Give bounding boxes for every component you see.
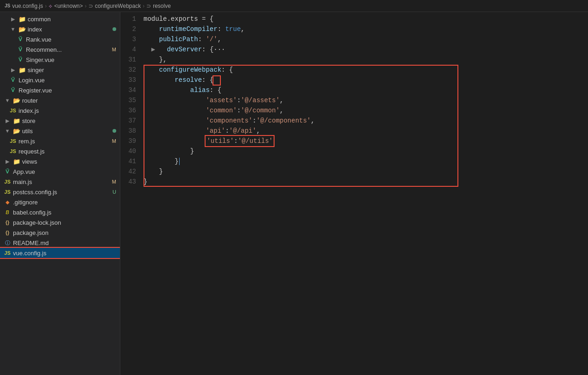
js-icon: JS bbox=[4, 249, 11, 257]
sidebar: ▶ 📁 common ▼ 📂 index V̈ Rank.vue V̈ Reco… bbox=[0, 12, 120, 375]
line-numbers: 1 2 3 4 31 32 33 34 35 36 37 38 39 40 41… bbox=[120, 14, 144, 187]
sidebar-item-vueconfig[interactable]: JS vue.config.js bbox=[0, 248, 120, 258]
chevron-right-icon: ▶ bbox=[4, 117, 11, 124]
code-line: alias: { bbox=[144, 85, 588, 95]
sidebar-item-label: package.json bbox=[13, 229, 49, 236]
sidebar-item-label: vue.config.js bbox=[13, 250, 46, 257]
sidebar-item-singer[interactable]: ▶ 📁 singer bbox=[0, 65, 120, 75]
chevron-down-icon: ▼ bbox=[4, 97, 11, 104]
sidebar-item-utils[interactable]: ▼ 📂 utils bbox=[0, 126, 120, 136]
sidebar-item-request[interactable]: JS request.js bbox=[0, 146, 120, 156]
chevron-down-icon: ▼ bbox=[9, 25, 17, 33]
sidebar-item-label: store bbox=[22, 117, 36, 124]
code-line: configureWebpack: { bbox=[144, 65, 588, 75]
breadcrumb-sep3: › bbox=[143, 3, 144, 9]
sidebar-item-readme[interactable]: ⓘ README.md bbox=[0, 238, 120, 248]
sidebar-item-label: Recommen... bbox=[26, 46, 62, 53]
git-icon: ◆ bbox=[4, 198, 11, 206]
chevron-right-icon: ▶ bbox=[9, 15, 17, 23]
breadcrumb-sep2: › bbox=[85, 3, 87, 9]
sidebar-item-index[interactable]: ▼ 📂 index bbox=[0, 24, 120, 34]
vue-icon: V̈ bbox=[9, 76, 17, 84]
folder-icon: 📁 bbox=[13, 158, 20, 165]
editor-area[interactable]: 1 2 3 4 31 32 33 34 35 36 37 38 39 40 41… bbox=[120, 12, 588, 375]
code-line: runtimeCompiler: true, bbox=[144, 24, 588, 34]
sidebar-item-label: babel.config.js bbox=[13, 209, 51, 216]
sidebar-item-views[interactable]: ▶ 📁 views bbox=[0, 156, 120, 166]
babel-icon: B bbox=[4, 209, 11, 216]
js-icon: JS bbox=[9, 107, 17, 114]
sidebar-item-appvue[interactable]: V̈ App.vue bbox=[0, 166, 120, 177]
breadcrumb-sep1: › bbox=[45, 3, 47, 9]
code-line: module.exports = { bbox=[144, 14, 588, 24]
sidebar-item-login[interactable]: V̈ Login.vue bbox=[0, 75, 120, 85]
sidebar-item-recommen[interactable]: V̈ Recommen... M bbox=[0, 44, 120, 55]
code-container: 1 2 3 4 31 32 33 34 35 36 37 38 39 40 41… bbox=[120, 12, 588, 187]
breadcrumb-unknown: ⟡ bbox=[49, 3, 52, 9]
sidebar-item-label: README.md bbox=[13, 240, 49, 246]
code-line: 'assets':'@/assets', bbox=[144, 95, 588, 105]
js-icon: JS bbox=[9, 137, 17, 145]
code-line: publicPath: '/', bbox=[144, 34, 588, 44]
sidebar-item-store[interactable]: ▶ 📁 store bbox=[0, 116, 120, 126]
code-line: 'common':'@/common', bbox=[144, 105, 588, 116]
json-icon: {} bbox=[4, 229, 11, 236]
sidebar-item-singer-vue[interactable]: V̈ Singer.vue bbox=[0, 55, 120, 65]
chevron-right-icon: ▶ bbox=[4, 158, 11, 165]
m-badge: M bbox=[112, 47, 116, 52]
sidebar-item-package[interactable]: {} package.json bbox=[0, 227, 120, 238]
sidebar-item-packagelock[interactable]: {} package-lock.json bbox=[0, 217, 120, 227]
u-badge: U bbox=[113, 189, 116, 195]
code-line: } bbox=[144, 156, 588, 166]
breadcrumb-item2: resolve bbox=[153, 3, 171, 9]
sidebar-item-label: App.vue bbox=[13, 168, 35, 175]
folder-icon: 📂 bbox=[19, 26, 26, 33]
folder-icon: 📂 bbox=[13, 128, 20, 135]
readme-icon: ⓘ bbox=[4, 239, 11, 246]
chevron-down-icon: ▼ bbox=[4, 127, 11, 135]
breadcrumb-item1: configureWebpack bbox=[95, 3, 141, 9]
sidebar-item-babel[interactable]: B babel.config.js bbox=[0, 207, 120, 217]
sidebar-item-label: postcss.config.js bbox=[13, 189, 57, 196]
sidebar-item-router[interactable]: ▼ 📂 router bbox=[0, 95, 120, 105]
js-icon: JS bbox=[4, 178, 11, 185]
folder-icon: 📁 bbox=[19, 67, 26, 74]
sidebar-item-rem[interactable]: JS rem.js M bbox=[0, 136, 120, 146]
modified-badge bbox=[113, 129, 116, 133]
sidebar-item-label: index bbox=[28, 26, 42, 33]
code-line: 'api':'@/api', bbox=[144, 126, 588, 136]
breadcrumb-unknown-label: <unknown> bbox=[54, 3, 83, 9]
vue-icon: V̈ bbox=[17, 36, 24, 43]
breadcrumb-item1-icon: ⊃ bbox=[88, 3, 93, 9]
code-line: } bbox=[144, 177, 588, 187]
code-line: resolve: { bbox=[144, 75, 588, 85]
chevron-right-icon: ▶ bbox=[9, 66, 17, 74]
sidebar-item-label: Register.vue bbox=[19, 87, 52, 94]
sidebar-item-label: request.js bbox=[19, 148, 44, 155]
folder-icon: 📁 bbox=[13, 117, 20, 124]
code-line: ▶ devServer: {··· bbox=[144, 44, 588, 55]
sidebar-item-postcss[interactable]: JS postcss.config.js U bbox=[0, 187, 120, 197]
sidebar-item-router-index[interactable]: JS index.js bbox=[0, 105, 120, 116]
code-lines: module.exports = { runtimeCompiler: true… bbox=[144, 14, 588, 187]
breadcrumb-js-icon: JS bbox=[5, 3, 10, 8]
sidebar-item-common[interactable]: ▶ 📁 common bbox=[0, 14, 120, 24]
sidebar-item-label: router bbox=[22, 97, 38, 104]
code-line: 'components':'@/components', bbox=[144, 116, 588, 126]
vue-icon: V̈ bbox=[17, 56, 24, 63]
sidebar-item-rank[interactable]: V̈ Rank.vue bbox=[0, 34, 120, 44]
sidebar-item-register[interactable]: V̈ Register.vue bbox=[0, 85, 120, 95]
m-badge: M bbox=[112, 138, 116, 144]
sidebar-item-label: Login.vue bbox=[19, 77, 44, 84]
sidebar-item-label: index.js bbox=[19, 107, 39, 114]
breadcrumb-filename: vue.config.js bbox=[12, 3, 43, 9]
sidebar-item-gitignore[interactable]: ◆ .gitignore bbox=[0, 197, 120, 207]
sidebar-item-label: views bbox=[22, 158, 38, 165]
folder-icon: 📂 bbox=[13, 97, 20, 104]
sidebar-item-label: rem.js bbox=[19, 138, 35, 145]
breadcrumb-item2-icon: ⊃ bbox=[146, 3, 151, 9]
sidebar-item-label: package-lock.json bbox=[13, 219, 61, 226]
code-line-39: 'utils':'@/utils' bbox=[144, 136, 588, 146]
sidebar-item-mainjs[interactable]: JS main.js M bbox=[0, 177, 120, 187]
code-line: } bbox=[144, 166, 588, 177]
